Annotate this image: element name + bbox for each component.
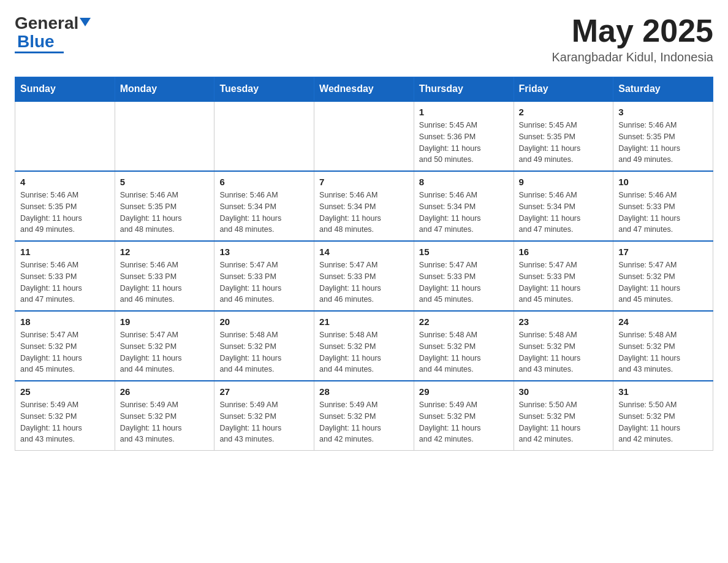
day-info: Sunrise: 5:48 AMSunset: 5:32 PMDaylight:… (219, 329, 309, 375)
calendar-week-row: 25Sunrise: 5:49 AMSunset: 5:32 PMDayligh… (15, 381, 713, 451)
col-wednesday: Wednesday (314, 77, 414, 102)
day-number: 23 (519, 316, 609, 327)
day-number: 11 (20, 247, 110, 257)
day-number: 15 (419, 247, 509, 257)
day-info: Sunrise: 5:46 AMSunset: 5:34 PMDaylight:… (219, 190, 309, 236)
table-row: 17Sunrise: 5:47 AMSunset: 5:32 PMDayligh… (613, 241, 713, 311)
day-info: Sunrise: 5:49 AMSunset: 5:32 PMDaylight:… (20, 399, 110, 445)
table-row: 23Sunrise: 5:48 AMSunset: 5:32 PMDayligh… (514, 311, 613, 381)
day-number: 31 (618, 386, 708, 397)
day-info: Sunrise: 5:47 AMSunset: 5:32 PMDaylight:… (618, 259, 708, 305)
table-row: 27Sunrise: 5:49 AMSunset: 5:32 PMDayligh… (214, 381, 314, 451)
col-friday: Friday (514, 77, 613, 102)
table-row: 3Sunrise: 5:46 AMSunset: 5:35 PMDaylight… (613, 101, 713, 171)
page-header: General Blue May 2025 Karangbadar Kidul,… (15, 15, 713, 64)
day-info: Sunrise: 5:46 AMSunset: 5:34 PMDaylight:… (319, 190, 409, 236)
table-row: 15Sunrise: 5:47 AMSunset: 5:33 PMDayligh… (414, 241, 514, 311)
day-number: 8 (419, 177, 509, 187)
day-number: 29 (419, 386, 509, 397)
logo: General Blue (15, 15, 91, 53)
day-info: Sunrise: 5:50 AMSunset: 5:32 PMDaylight:… (618, 399, 708, 445)
calendar-table: Sunday Monday Tuesday Wednesday Thursday… (15, 77, 713, 451)
day-number: 3 (618, 107, 708, 117)
day-info: Sunrise: 5:46 AMSunset: 5:33 PMDaylight:… (618, 190, 708, 236)
table-row: 20Sunrise: 5:48 AMSunset: 5:32 PMDayligh… (214, 311, 314, 381)
calendar-header-row: Sunday Monday Tuesday Wednesday Thursday… (15, 77, 713, 102)
day-info: Sunrise: 5:49 AMSunset: 5:32 PMDaylight:… (319, 399, 409, 445)
table-row: 2Sunrise: 5:45 AMSunset: 5:35 PMDaylight… (514, 101, 613, 171)
day-number: 13 (219, 247, 309, 257)
table-row: 18Sunrise: 5:47 AMSunset: 5:32 PMDayligh… (15, 311, 115, 381)
day-number: 5 (120, 177, 210, 187)
day-info: Sunrise: 5:49 AMSunset: 5:32 PMDaylight:… (419, 399, 509, 445)
month-year: May 2025 (552, 15, 713, 47)
day-info: Sunrise: 5:45 AMSunset: 5:36 PMDaylight:… (419, 120, 509, 166)
col-tuesday: Tuesday (214, 77, 314, 102)
day-info: Sunrise: 5:50 AMSunset: 5:32 PMDaylight:… (519, 399, 609, 445)
table-row (214, 101, 314, 171)
table-row: 12Sunrise: 5:46 AMSunset: 5:33 PMDayligh… (115, 241, 214, 311)
logo-blue: Blue (17, 33, 55, 50)
table-row: 8Sunrise: 5:46 AMSunset: 5:34 PMDaylight… (414, 171, 514, 241)
day-info: Sunrise: 5:48 AMSunset: 5:32 PMDaylight:… (519, 329, 609, 375)
logo-underline (15, 52, 64, 53)
table-row: 13Sunrise: 5:47 AMSunset: 5:33 PMDayligh… (214, 241, 314, 311)
table-row: 9Sunrise: 5:46 AMSunset: 5:34 PMDaylight… (514, 171, 613, 241)
col-monday: Monday (115, 77, 214, 102)
calendar-week-row: 1Sunrise: 5:45 AMSunset: 5:36 PMDaylight… (15, 101, 713, 171)
table-row: 19Sunrise: 5:47 AMSunset: 5:32 PMDayligh… (115, 311, 214, 381)
day-info: Sunrise: 5:48 AMSunset: 5:32 PMDaylight:… (419, 329, 509, 375)
table-row (15, 101, 115, 171)
table-row: 26Sunrise: 5:49 AMSunset: 5:32 PMDayligh… (115, 381, 214, 451)
title-block: May 2025 Karangbadar Kidul, Indonesia (552, 15, 713, 64)
table-row: 29Sunrise: 5:49 AMSunset: 5:32 PMDayligh… (414, 381, 514, 451)
day-info: Sunrise: 5:49 AMSunset: 5:32 PMDaylight:… (120, 399, 210, 445)
day-info: Sunrise: 5:47 AMSunset: 5:33 PMDaylight:… (419, 259, 509, 305)
table-row: 4Sunrise: 5:46 AMSunset: 5:35 PMDaylight… (15, 171, 115, 241)
logo-general: General (15, 15, 91, 32)
day-number: 2 (519, 107, 609, 117)
col-saturday: Saturday (613, 77, 713, 102)
table-row: 16Sunrise: 5:47 AMSunset: 5:33 PMDayligh… (514, 241, 613, 311)
table-row: 6Sunrise: 5:46 AMSunset: 5:34 PMDaylight… (214, 171, 314, 241)
day-number: 18 (20, 316, 110, 327)
day-info: Sunrise: 5:48 AMSunset: 5:32 PMDaylight:… (618, 329, 708, 375)
location: Karangbadar Kidul, Indonesia (552, 50, 713, 64)
day-number: 28 (319, 386, 409, 397)
day-number: 7 (319, 177, 409, 187)
table-row: 25Sunrise: 5:49 AMSunset: 5:32 PMDayligh… (15, 381, 115, 451)
day-info: Sunrise: 5:47 AMSunset: 5:33 PMDaylight:… (319, 259, 409, 305)
col-sunday: Sunday (15, 77, 115, 102)
calendar-week-row: 4Sunrise: 5:46 AMSunset: 5:35 PMDaylight… (15, 171, 713, 241)
table-row: 22Sunrise: 5:48 AMSunset: 5:32 PMDayligh… (414, 311, 514, 381)
table-row: 21Sunrise: 5:48 AMSunset: 5:32 PMDayligh… (314, 311, 414, 381)
table-row: 7Sunrise: 5:46 AMSunset: 5:34 PMDaylight… (314, 171, 414, 241)
day-info: Sunrise: 5:49 AMSunset: 5:32 PMDaylight:… (219, 399, 309, 445)
calendar-week-row: 11Sunrise: 5:46 AMSunset: 5:33 PMDayligh… (15, 241, 713, 311)
day-info: Sunrise: 5:47 AMSunset: 5:32 PMDaylight:… (120, 329, 210, 375)
day-info: Sunrise: 5:46 AMSunset: 5:33 PMDaylight:… (20, 259, 110, 305)
day-info: Sunrise: 5:46 AMSunset: 5:33 PMDaylight:… (120, 259, 210, 305)
day-info: Sunrise: 5:47 AMSunset: 5:33 PMDaylight:… (519, 259, 609, 305)
day-number: 14 (319, 247, 409, 257)
day-number: 12 (120, 247, 210, 257)
day-info: Sunrise: 5:46 AMSunset: 5:34 PMDaylight:… (519, 190, 609, 236)
table-row: 10Sunrise: 5:46 AMSunset: 5:33 PMDayligh… (613, 171, 713, 241)
day-number: 24 (618, 316, 708, 327)
table-row: 30Sunrise: 5:50 AMSunset: 5:32 PMDayligh… (514, 381, 613, 451)
calendar-week-row: 18Sunrise: 5:47 AMSunset: 5:32 PMDayligh… (15, 311, 713, 381)
day-number: 16 (519, 247, 609, 257)
day-info: Sunrise: 5:46 AMSunset: 5:35 PMDaylight:… (618, 120, 708, 166)
table-row: 11Sunrise: 5:46 AMSunset: 5:33 PMDayligh… (15, 241, 115, 311)
table-row: 5Sunrise: 5:46 AMSunset: 5:35 PMDaylight… (115, 171, 214, 241)
table-row: 1Sunrise: 5:45 AMSunset: 5:36 PMDaylight… (414, 101, 514, 171)
day-info: Sunrise: 5:46 AMSunset: 5:34 PMDaylight:… (419, 190, 509, 236)
day-number: 30 (519, 386, 609, 397)
table-row (115, 101, 214, 171)
table-row: 14Sunrise: 5:47 AMSunset: 5:33 PMDayligh… (314, 241, 414, 311)
day-number: 20 (219, 316, 309, 327)
day-info: Sunrise: 5:46 AMSunset: 5:35 PMDaylight:… (120, 190, 210, 236)
day-info: Sunrise: 5:46 AMSunset: 5:35 PMDaylight:… (20, 190, 110, 236)
day-info: Sunrise: 5:47 AMSunset: 5:33 PMDaylight:… (219, 259, 309, 305)
day-info: Sunrise: 5:45 AMSunset: 5:35 PMDaylight:… (519, 120, 609, 166)
